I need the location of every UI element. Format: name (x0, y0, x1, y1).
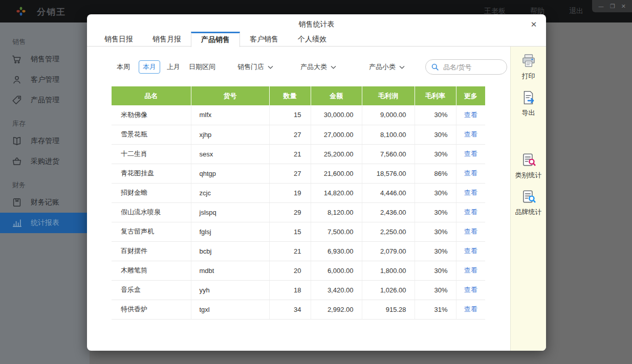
cell-margin: 30% (415, 105, 456, 125)
view-link[interactable]: 查看 (464, 286, 477, 293)
cell-margin: 30% (415, 202, 456, 222)
period-option-this-month[interactable]: 本月 (139, 60, 160, 74)
export-icon (520, 89, 537, 106)
table-header-cell: 毛利率 (415, 86, 456, 105)
cell-amount: 7,500.00 (311, 222, 362, 241)
cell-qty: 15 (269, 105, 311, 125)
sidebar-item-label: 统计报表 (31, 218, 59, 228)
view-link[interactable]: 查看 (464, 247, 477, 255)
table-row: 招财金蟾zcjc1914,820.004,446.0030%查看 (112, 183, 485, 202)
cell-margin: 30% (415, 241, 456, 261)
cell-amount: 25,200.00 (311, 144, 362, 164)
cell-profit: 1,800.00 (362, 261, 415, 280)
view-link[interactable]: 查看 (464, 111, 477, 119)
table-header-cell: 毛利润 (362, 86, 415, 105)
chevron-down-icon (331, 63, 336, 71)
view-link[interactable]: 查看 (464, 228, 477, 235)
ledger-icon (11, 197, 23, 208)
sidebar-item-label: 销售管理 (31, 55, 59, 64)
table-header-cell: 金额 (311, 86, 362, 105)
view-link[interactable]: 查看 (464, 150, 477, 157)
table-row: 假山流水喷泉jslspq298,120.002,436.0030%查看 (112, 202, 485, 222)
cell-profit: 1,026.00 (362, 280, 415, 300)
dialog-body: 本周本月上月日期区间 销售门店产品大类产品小类 品名货号数量金额毛利润毛利率更多… (87, 47, 546, 351)
view-link[interactable]: 查看 (464, 266, 477, 274)
view-link[interactable]: 查看 (464, 169, 477, 177)
dropdown-label: 产品大类 (300, 62, 327, 72)
tab-customer-sales[interactable]: 客户销售 (240, 32, 288, 47)
brand-stats-button[interactable]: 品牌统计 (515, 189, 542, 217)
sidebar-item-label: 财务记账 (31, 198, 59, 207)
sidebar-item-sales-management[interactable]: 销售管理 (0, 49, 90, 70)
view-link[interactable]: 查看 (464, 208, 477, 216)
sidebar-item-statistics-reports[interactable]: 统计报表 (0, 213, 90, 233)
cell-qty: 29 (269, 202, 311, 222)
sidebar-item-customer-management[interactable]: 客户管理 (0, 70, 90, 90)
table-header-cell: 更多 (456, 86, 485, 105)
cell-amount: 21,600.00 (311, 164, 362, 183)
cell-amount: 27,000.00 (311, 125, 362, 144)
app-title: 分销王 (37, 6, 66, 18)
sidebar-section-label: 财务 (0, 178, 90, 192)
maximize-window-icon[interactable]: ❐ (610, 4, 615, 9)
sidebar-item-product-management[interactable]: 产品管理 (0, 90, 90, 110)
period-option-last-month[interactable]: 上月 (166, 61, 181, 73)
tab-daily-sales[interactable]: 销售日报 (95, 32, 143, 47)
period-option-this-week[interactable]: 本周 (116, 61, 131, 73)
cell-sku: sesx (191, 144, 269, 164)
cell-profit: 8,100.00 (362, 125, 415, 144)
sidebar-section: 销售销售管理客户管理产品管理 (0, 35, 90, 110)
topbar-menu-logout[interactable]: 退出 (569, 7, 583, 16)
minimize-window-icon[interactable]: — (598, 4, 604, 9)
table-row: 复古留声机fglsj157,500.002,250.0030%查看 (112, 222, 485, 241)
action-label: 导出 (522, 108, 535, 118)
category-stats-button[interactable]: 类别统计 (515, 152, 542, 180)
view-link[interactable]: 查看 (464, 305, 477, 313)
cell-margin: 30% (415, 222, 456, 241)
major-category-dropdown[interactable]: 产品大类 (300, 62, 336, 72)
tab-monthly-sales[interactable]: 销售月报 (143, 32, 191, 47)
cell-name: 特供香炉 (112, 300, 191, 319)
cell-profit: 18,576.00 (362, 164, 415, 183)
cell-name: 十二生肖 (112, 144, 191, 164)
cell-more: 查看 (456, 300, 485, 319)
cell-amount: 14,820.00 (311, 183, 362, 202)
sidebar-section: 库存库存管理采购进货 (0, 117, 90, 172)
table-row: 音乐盒yyh183,420.001,026.0030%查看 (112, 280, 485, 300)
minor-category-dropdown[interactable]: 产品小类 (369, 62, 405, 72)
sidebar-item-purchasing[interactable]: 采购进货 (0, 151, 90, 172)
search-input[interactable] (443, 63, 502, 71)
close-window-icon[interactable]: ✕ (621, 4, 626, 9)
cell-amount: 6,930.00 (311, 241, 362, 261)
cell-qty: 19 (269, 183, 311, 202)
export-button[interactable]: 导出 (520, 89, 537, 118)
cell-name: 复古留声机 (112, 222, 191, 241)
tag-icon (11, 95, 23, 106)
cell-qty: 15 (269, 222, 311, 241)
sidebar-item-finance-records[interactable]: 财务记账 (0, 192, 90, 213)
cell-amount: 30,000.00 (311, 105, 362, 125)
table-header-row: 品名货号数量金额毛利润毛利率更多 (112, 86, 485, 105)
sidebar-item-inventory-management[interactable]: 库存管理 (0, 131, 90, 151)
cell-name: 米勒佛像 (112, 105, 191, 125)
search-icon (431, 63, 439, 71)
tab-personal-performance[interactable]: 个人绩效 (288, 32, 336, 47)
cell-name: 假山流水喷泉 (112, 202, 191, 222)
store-dropdown[interactable]: 销售门店 (237, 62, 273, 72)
print-button[interactable]: 打印 (520, 53, 537, 81)
table-row: 米勒佛像mlfx1530,000.009,000.0030%查看 (112, 105, 485, 125)
dialog-titlebar: 销售统计表 ✕ (87, 14, 546, 32)
cell-name: 招财金蟾 (112, 183, 191, 202)
cell-amount: 8,120.00 (311, 202, 362, 222)
cell-sku: fglsj (191, 222, 269, 241)
sidebar-section-label: 库存 (0, 117, 90, 131)
cell-amount: 3,420.00 (311, 280, 362, 300)
cell-margin: 30% (415, 261, 456, 280)
view-link[interactable]: 查看 (464, 189, 477, 196)
cell-margin: 86% (415, 164, 456, 183)
app-logo-icon (15, 6, 27, 17)
period-option-date-range[interactable]: 日期区间 (188, 61, 216, 73)
view-link[interactable]: 查看 (464, 130, 477, 138)
tab-product-sales[interactable]: 产品销售 (191, 32, 240, 47)
close-icon[interactable]: ✕ (529, 19, 539, 30)
